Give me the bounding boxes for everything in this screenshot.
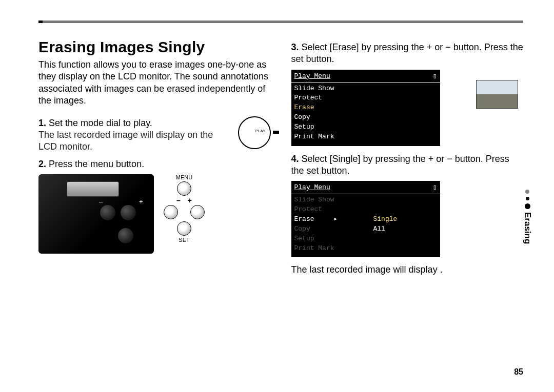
step-4-after: The last recorded image will display . bbox=[291, 264, 524, 275]
two-columns: Erasing Images Singly This function allo… bbox=[38, 38, 523, 275]
camera-set-button bbox=[118, 228, 133, 243]
lcd2-copy-label: Copy bbox=[294, 225, 310, 233]
lcd2-header: Play Menu bbox=[294, 183, 330, 193]
lcd1-item-5: Print Mark bbox=[291, 132, 440, 142]
lcd2-item-0: Slide Show bbox=[291, 195, 440, 205]
dial-pointer-icon bbox=[273, 131, 279, 134]
step-1-number: 1. bbox=[38, 118, 46, 128]
lcd1-image-number: No.12 bbox=[490, 112, 509, 120]
intro-paragraph: This function allows you to erase images… bbox=[38, 59, 271, 107]
section-tab: Erasing bbox=[522, 190, 532, 244]
button-diagram: MENU – + SET bbox=[161, 174, 207, 243]
minus-label: – bbox=[99, 198, 103, 205]
set-label: SET bbox=[161, 237, 207, 243]
tab-dot-small bbox=[526, 197, 529, 200]
diagram-minus: – bbox=[176, 197, 181, 204]
plus-label: + bbox=[139, 198, 143, 205]
menu-button-icon bbox=[177, 181, 191, 196]
lcd2-item-1: Protect bbox=[291, 205, 440, 215]
tab-dot-large bbox=[525, 203, 530, 209]
lcd2-item-5: Print Mark bbox=[291, 244, 440, 254]
top-rule bbox=[38, 20, 523, 23]
camera-minus-button bbox=[100, 205, 115, 220]
camera-top-lcd bbox=[67, 181, 119, 197]
lcd1-item-0: Slide Show bbox=[291, 84, 440, 94]
step-2: 2. Press the menu button. bbox=[38, 158, 271, 170]
menu-label: MENU bbox=[161, 174, 207, 180]
page-title: Erasing Images Singly bbox=[38, 38, 271, 56]
step-2-number: 2. bbox=[38, 159, 46, 169]
lcd2-item-4: Setup bbox=[291, 234, 440, 244]
tab-label: Erasing bbox=[522, 212, 532, 244]
step-1-lead: Set the mode dial to play. bbox=[49, 118, 152, 128]
battery-icon-2: ▯ bbox=[433, 183, 437, 193]
set-button-icon bbox=[177, 221, 191, 236]
battery-icon: ▯ bbox=[433, 72, 437, 81]
lcd1-item-1: Protect bbox=[291, 93, 440, 103]
tab-dot-grey bbox=[525, 190, 529, 194]
step-4-lead: Select [Single] by pressing the + or − b… bbox=[291, 154, 509, 176]
lcd2-opt-single: Single bbox=[373, 215, 398, 224]
step-3-number: 3. bbox=[291, 42, 299, 52]
lcd1-item-2: Erase bbox=[291, 103, 440, 113]
left-column: Erasing Images Singly This function allo… bbox=[38, 38, 271, 275]
lcd2-opt-all: All bbox=[373, 224, 385, 234]
lcd1-thumbnail bbox=[476, 80, 518, 109]
step-3: 3. Select [Erase] by pressing the + or −… bbox=[291, 42, 524, 66]
step-3-lead: Select [Erase] by pressing the + or − bu… bbox=[291, 42, 523, 64]
lcd2-item-2: Erase ▸ Single bbox=[291, 215, 440, 224]
dial-play-label: PLAY bbox=[255, 129, 266, 133]
lcd1-item-3: Copy bbox=[291, 113, 440, 122]
step-2-lead: Press the menu button. bbox=[49, 159, 144, 169]
lcd-screenshot-2: Play Menu ▯ Slide Show Protect Erase ▸ S… bbox=[291, 181, 524, 257]
step-1: 1. Set the mode dial to play. The last r… bbox=[38, 114, 271, 155]
diagram-plus: + bbox=[188, 197, 192, 204]
mode-dial-icon: PLAY bbox=[238, 116, 271, 149]
lcd2-item-3: Copy All bbox=[291, 224, 440, 234]
step-4: 4. Select [Single] by pressing the + or … bbox=[291, 153, 524, 177]
camera-figure: – + MENU – + SET bbox=[38, 174, 271, 254]
plus-button-icon bbox=[190, 205, 205, 219]
step-1-sub: The last recorded image will display on … bbox=[38, 130, 213, 152]
minus-button-icon bbox=[164, 205, 178, 219]
page-number: 85 bbox=[514, 367, 523, 377]
lcd1-header: Play Menu bbox=[294, 72, 330, 81]
lcd-screenshot-1: Play Menu ▯ Slide Show Protect Erase Cop… bbox=[291, 70, 524, 146]
manual-page: Erasing Images Singly This function allo… bbox=[0, 0, 554, 392]
camera-plus-button bbox=[121, 205, 136, 220]
camera-body-illustration: – + bbox=[38, 174, 154, 254]
right-column: 3. Select [Erase] by pressing the + or −… bbox=[291, 38, 524, 275]
step-4-number: 4. bbox=[291, 154, 299, 164]
lcd1-item-4: Setup bbox=[291, 122, 440, 132]
lcd2-erase-label: Erase bbox=[294, 215, 314, 223]
